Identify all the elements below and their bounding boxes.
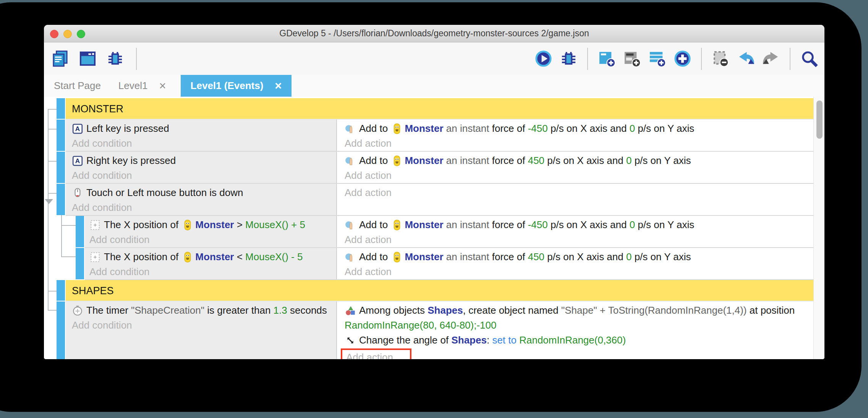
tab-level1-events-[interactable]: Level1 (Events)× (181, 75, 292, 97)
project-manager-button[interactable] (50, 49, 70, 68)
collapse-triangle-icon[interactable] (45, 199, 53, 204)
search-button[interactable] (799, 49, 819, 68)
add-condition-link[interactable]: Add condition (89, 264, 329, 279)
tab-start-page[interactable]: Start Page (51, 75, 104, 97)
condition-text[interactable]: ALeft key is pressed (72, 121, 329, 136)
action-cell[interactable]: Add to Monster an instant force of 450 p… (337, 152, 814, 183)
action-text[interactable]: Add to Monster an instant force of 450 p… (345, 153, 810, 168)
force-icon (345, 251, 356, 263)
add-condition-link[interactable]: Add condition (72, 200, 329, 215)
action-cell[interactable]: Add to Monster an instant force of -450 … (337, 120, 814, 151)
text-segment: "Shape" + ToString(RandomInRange(1,4)) (561, 305, 747, 316)
group-header-shapes[interactable]: SHAPES (66, 280, 814, 301)
redo-button[interactable] (761, 49, 781, 68)
debug-button[interactable] (559, 49, 578, 68)
text-segment: p/s on Y axis (632, 251, 691, 262)
add-event-button[interactable] (597, 49, 617, 68)
tree-line (48, 109, 49, 311)
condition-text[interactable]: The X position of Monster < MouseX() - 5 (89, 250, 329, 264)
condition-text[interactable]: Touch or Left mouse button is down (72, 185, 329, 200)
remove-event-button[interactable] (711, 49, 730, 68)
add-subevent-button[interactable] (622, 49, 642, 68)
text-segment: force of (492, 123, 528, 134)
action-cell[interactable]: Among objects Shapes, create object name… (337, 301, 814, 359)
sub-events: The X position of Monster > MouseX() + 5… (85, 216, 814, 280)
text-segment: > (234, 219, 245, 230)
text-segment: 0 (630, 219, 635, 230)
text-segment: seconds (287, 305, 327, 316)
debug-button[interactable] (105, 49, 125, 68)
tree-line (48, 161, 57, 162)
debug-icon (560, 50, 578, 68)
add-action-link[interactable]: Add action (345, 185, 810, 200)
timer-icon (72, 305, 83, 316)
group-header-monster[interactable]: MONSTER (66, 98, 814, 120)
event-selection-bar (57, 184, 65, 215)
text-segment: Add to (359, 123, 390, 134)
action-text[interactable]: Among objects Shapes, create object name… (345, 303, 810, 333)
text-segment: an instant (444, 219, 492, 230)
add-action-link[interactable]: Add action (345, 264, 810, 279)
play-button[interactable] (533, 49, 553, 68)
svg-text:A: A (75, 125, 80, 133)
condition-text[interactable]: The X position of Monster > MouseX() + 5 (89, 217, 329, 232)
text-segment: 450 (528, 251, 544, 262)
condition-cell[interactable]: The X position of Monster > MouseX() + 5… (85, 216, 337, 247)
add-action-link[interactable]: Add action (346, 352, 393, 359)
force-icon (345, 219, 356, 231)
scene-editor-button[interactable] (78, 49, 97, 68)
text-segment: Right key is pressed (86, 155, 176, 166)
action-text[interactable]: Add to Monster an instant force of -450 … (345, 217, 810, 232)
svg-text:A: A (75, 157, 80, 165)
add-condition-link[interactable]: Add condition (72, 136, 329, 151)
condition-text[interactable]: The timer "ShapeCreation" is greater tha… (72, 303, 329, 318)
add-action-link[interactable]: Add action (345, 168, 810, 183)
text-segment: an instant (444, 123, 492, 134)
tab-level1[interactable]: Level1× (115, 75, 169, 97)
action-text[interactable]: Add to Monster an instant force of 450 p… (345, 250, 810, 264)
event-selection-bar (57, 280, 65, 301)
text-segment: 450 (528, 155, 544, 166)
keyboard-icon: A (72, 155, 83, 167)
tab-close-icon[interactable]: × (275, 80, 282, 92)
add-event-icon (598, 50, 616, 68)
text-segment: p/s on X axis and (544, 251, 626, 262)
add-action-link[interactable]: Add action (345, 232, 810, 247)
condition-cell[interactable]: The timer "ShapeCreation" is greater tha… (66, 301, 337, 359)
action-cell[interactable]: Add to Monster an instant force of 450 p… (337, 248, 814, 279)
condition-text[interactable]: ARight key is pressed (72, 153, 329, 168)
text-segment: Add to (359, 251, 390, 262)
text-segment: MouseX() + 5 (245, 219, 305, 230)
text-segment: , create object named (463, 305, 561, 316)
add-condition-link[interactable]: Add condition (72, 318, 329, 333)
add-new-button[interactable] (672, 49, 692, 68)
text-segment: The timer (86, 305, 131, 316)
undo-button[interactable] (736, 49, 756, 68)
add-condition-link[interactable]: Add condition (72, 168, 329, 183)
condition-cell[interactable]: ARight key is pressed Add condition (66, 152, 337, 183)
action-text[interactable]: Change the angle of Shapes: set to Rando… (345, 333, 810, 348)
sub-event-row-xpos-less: The X position of Monster < MouseX() - 5… (85, 248, 814, 280)
event-row-right-key: ARight key is pressed Add condition Add … (66, 152, 814, 184)
action-cell[interactable]: Add to Monster an instant force of -450 … (337, 216, 814, 247)
add-action-link[interactable]: Add action (345, 136, 810, 151)
condition-cell[interactable]: The X position of Monster < MouseX() - 5… (85, 248, 337, 279)
text-segment: Monster (405, 123, 443, 134)
titlebar: GDevelop 5 - /Users/florian/Downloads/ge… (44, 25, 824, 42)
monster-icon (182, 219, 193, 231)
tab-close-icon[interactable]: × (159, 80, 166, 92)
text-segment: p/s on Y axis (635, 123, 694, 134)
project-manager-icon (51, 50, 69, 68)
condition-cell[interactable]: ALeft key is pressed Add condition (66, 120, 337, 151)
condition-cell[interactable]: Touch or Left mouse button is down Add c… (66, 184, 337, 215)
add-comment-button[interactable] (647, 49, 667, 68)
add-condition-link[interactable]: Add condition (89, 232, 329, 247)
undo-icon (737, 50, 755, 68)
scrollbar-track[interactable] (813, 97, 824, 359)
scrollbar-thumb[interactable] (816, 100, 823, 139)
position-icon (89, 219, 101, 231)
group-label: MONSTER (72, 103, 123, 115)
action-cell[interactable]: Add action (337, 184, 814, 215)
toolbar-divider (790, 48, 790, 70)
action-text[interactable]: Add to Monster an instant force of -450 … (345, 121, 810, 136)
